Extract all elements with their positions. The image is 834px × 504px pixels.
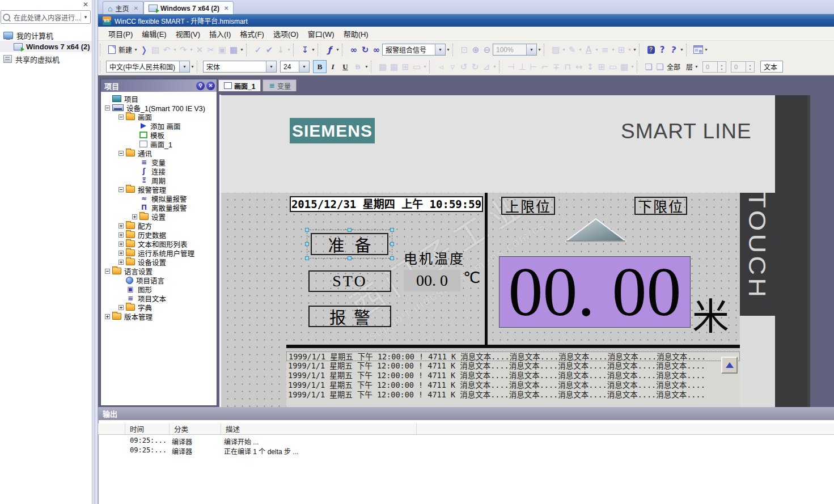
selection-handle[interactable] [305, 242, 309, 246]
fill-dropdown-icon[interactable]: ▾ [561, 47, 566, 52]
alarm-button[interactable]: 报警 [308, 306, 391, 327]
collapse-icon[interactable]: − [118, 151, 124, 156]
alarm-row[interactable]: 1999/1/1 星期五 下午 12:00:00 ! 4711 K 消息文本..… [286, 351, 740, 361]
flip-horizontal-icon[interactable]: ◃ [435, 61, 447, 73]
function-icon[interactable]: ƒ [324, 44, 335, 56]
alarm-row[interactable]: 1999/1/1 星期五 下午 12:00:00 ! 4711 K 消息文本..… [286, 361, 740, 371]
motor-temp-value[interactable]: 00. 0 [404, 270, 460, 291]
paste-dropdown-icon[interactable]: ▾ [239, 47, 244, 52]
expand-icon[interactable]: + [105, 314, 110, 319]
toolbar-grip[interactable] [499, 61, 502, 73]
collapse-icon[interactable]: − [105, 105, 110, 111]
expand-icon[interactable]: + [132, 214, 137, 219]
format-overflow-icon[interactable]: ▾ [364, 64, 369, 69]
vm-search-box[interactable]: 在此处键入内容进行... ▾ [1, 10, 91, 24]
line-style-icon[interactable]: ≡ [599, 44, 611, 56]
tree-item-screen-1[interactable]: 画面_1 [101, 139, 216, 149]
alarm-row[interactable]: 1999/1/1 星期五 下午 12:00:00 ! 4711 K 消息文本..… [286, 371, 740, 380]
strike-button[interactable]: B [352, 61, 364, 73]
underline-button[interactable]: U [339, 61, 352, 73]
layer-label[interactable]: 层 [686, 62, 693, 71]
compile-icon[interactable]: ↧ [299, 44, 311, 56]
paste-icon[interactable]: ▦ [228, 44, 239, 56]
toolbar-grip[interactable] [246, 44, 249, 56]
redo-icon[interactable]: ↷ [177, 44, 189, 56]
zoom-select-icon[interactable]: ⊡ [459, 44, 470, 56]
alarm-group-combobox[interactable]: 报警组合信号 ▾ [382, 44, 446, 56]
align-left-icon[interactable]: ⊣ [505, 61, 517, 73]
sidebar-close-icon[interactable]: ✕ [83, 1, 88, 9]
ungroup-icon[interactable]: ▦ [388, 61, 400, 73]
toolbar-grip[interactable] [686, 44, 689, 56]
border-style-icon[interactable]: ⊞ [616, 44, 627, 56]
selection-handle[interactable] [390, 256, 394, 260]
help-index-icon[interactable]: ? [657, 44, 668, 56]
tree-item-device[interactable]: −设备_1(Smart 700 IE V3) [101, 103, 216, 112]
selection-handle[interactable] [348, 256, 352, 260]
group-overflow-icon[interactable]: ▾ [422, 64, 427, 69]
border-dropdown-icon[interactable]: ▾ [627, 47, 632, 52]
zoom-combo-dropdown-icon[interactable]: ▾ [526, 44, 536, 55]
alarm-row[interactable]: 1999/1/1 星期五 下午 12:00:00 ! 4711 K 消息文本..… [286, 380, 740, 390]
add-to-group-icon[interactable]: ⊞ [400, 61, 411, 73]
transfer-dropdown-icon[interactable]: ▾ [286, 47, 291, 52]
lower-limit-label[interactable]: 下限位 [634, 197, 687, 215]
selection-handle[interactable] [390, 242, 394, 246]
delete-icon[interactable]: ✕ [194, 44, 205, 56]
zoom-overflow-icon[interactable]: ▾ [537, 47, 542, 52]
align-bottom-icon[interactable]: ⊓ [562, 61, 573, 73]
layer-spinner-2[interactable]: 0 ▴▾ [731, 61, 755, 73]
layer-spinner-1[interactable]: 0 ▴▾ [702, 61, 726, 73]
output-col-gutter[interactable] [98, 423, 125, 434]
layers-all-label[interactable]: 全部 [667, 62, 680, 71]
brush-dropdown-icon[interactable]: ▾ [578, 47, 583, 52]
collapse-icon[interactable]: − [105, 269, 110, 274]
same-width-icon[interactable]: ↔ [573, 61, 585, 73]
sidebar-item-vm[interactable]: Windows 7 x64 (2) [0, 41, 92, 52]
align-overflow-icon[interactable]: ▾ [630, 64, 635, 69]
font-name-dropdown-icon[interactable]: ▾ [266, 61, 276, 72]
menu-window[interactable]: 窗口(W) [303, 27, 339, 41]
flip-vertical-icon[interactable]: ▿ [447, 61, 458, 73]
find-icon[interactable]: ∞ [348, 44, 359, 56]
redo-dropdown-icon[interactable]: ▾ [189, 47, 194, 52]
help-book-icon[interactable]: ? [645, 44, 657, 56]
consistency-check-icon[interactable]: ✓ [252, 44, 264, 56]
menu-view[interactable]: 视图(V) [171, 27, 205, 41]
toolbar-grip[interactable] [293, 44, 297, 56]
tab-screen-1[interactable]: 画面_1 [218, 79, 261, 91]
output-col-category[interactable]: 分类 [170, 423, 221, 434]
collapse-icon[interactable]: − [118, 187, 124, 192]
selection-handle[interactable] [305, 256, 309, 260]
line-style-dropdown-icon[interactable]: ▾ [611, 47, 616, 52]
same-size-icon[interactable]: ⊞ [596, 61, 607, 73]
selection-handle[interactable] [390, 228, 394, 232]
rotate-90-icon[interactable]: ⊿ [481, 61, 492, 73]
tree-item-device-settings[interactable]: +设备设置 [101, 257, 216, 266]
undo-icon[interactable]: ↶ [161, 44, 172, 56]
tree-item-dictionaries[interactable]: +字典 [101, 303, 216, 312]
zoom-out-icon[interactable]: ⊖ [481, 44, 493, 56]
menu-insert[interactable]: 插入(I) [205, 27, 235, 41]
datetime-field[interactable]: 2015/12/31 星期四 上午 10:59:59 [290, 196, 483, 212]
sync-icon[interactable]: ↻ [359, 44, 371, 56]
italic-button[interactable]: I [327, 61, 339, 73]
menu-help[interactable]: 帮助(H) [339, 27, 373, 41]
align-top-icon[interactable]: ⌐ [539, 61, 551, 73]
send-back-icon[interactable]: ❏ [654, 61, 666, 73]
project-panel-header[interactable]: 项目 ⚲ ✕ [101, 79, 217, 92]
language-combobox[interactable]: 中文(中华人民共和国) ▾ [106, 61, 190, 73]
center-vertical-icon[interactable]: ▦ [619, 61, 630, 73]
generate-icon[interactable]: ✔ [264, 44, 275, 56]
transfer-icon[interactable]: ↓ [275, 44, 286, 56]
toolbar-grip[interactable] [452, 44, 456, 56]
toolbar-grip[interactable] [429, 61, 433, 73]
alarm-message-list[interactable]: 1999/1/1 星期五 下午 12:00:00 ! 4711 K 消息文本..… [286, 351, 740, 407]
undo-dropdown-icon[interactable]: ▾ [172, 47, 177, 52]
toolbar-grip[interactable] [637, 61, 640, 73]
font-color-dropdown-icon[interactable]: ▾ [594, 47, 599, 52]
expand-icon[interactable]: + [118, 223, 124, 228]
toolbar-grip[interactable] [197, 61, 200, 73]
sidebar-item-shared-vms[interactable]: 共享的虚拟机 [3, 53, 60, 65]
expand-icon[interactable]: + [118, 232, 124, 238]
